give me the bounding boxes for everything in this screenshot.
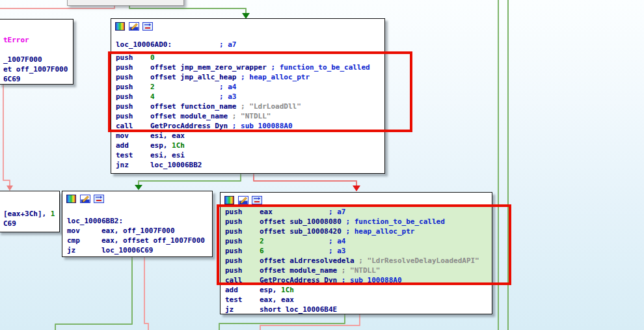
code-line[interactable]: loc_10006BB2: (62, 216, 212, 226)
arrowhead-red-mid (353, 186, 360, 191)
node-color-icon[interactable] (224, 196, 235, 204)
code-line[interactable]: _1007F000 (0, 55, 73, 64)
offscreen-node-fragment (67, 0, 184, 6)
code-line[interactable] (0, 45, 73, 55)
code-line[interactable]: call GetProcAddress_Dyn ; sub_100088A0 (221, 275, 492, 285)
basic-block-getlasterror-partial[interactable]: tError _1007F000et off_1007F0006C69 (0, 19, 74, 85)
edit-node-icon[interactable] (238, 196, 248, 204)
node-header (111, 19, 384, 32)
edge-green-bottom-right (219, 312, 345, 330)
node-header (0, 20, 73, 33)
code-line[interactable]: push offset sub_10008080 ; function_to_b… (221, 217, 492, 227)
code-line[interactable]: test eax, eax (221, 295, 492, 305)
code-line[interactable]: C69 (0, 219, 59, 228)
code-line[interactable]: push offset module_name ; "NTDLL" (111, 111, 384, 121)
code-line[interactable]: call GetProcAddress_Dyn ; sub_100088A0 (111, 121, 384, 131)
code-line[interactable]: push offset module_name ; "NTDLL" (221, 266, 492, 275)
code-line[interactable]: add esp, 1Ch (221, 285, 492, 295)
code-line[interactable]: push 6 ; a3 (221, 246, 492, 256)
code-line[interactable]: tError (0, 35, 73, 45)
edit-node-icon[interactable] (80, 195, 90, 203)
edge-red-mid (254, 172, 356, 187)
code-line[interactable]: push offset jmp_allc_heap ; heap_alloc_p… (111, 72, 384, 82)
code-listing: push eax ; a7push offset sub_10008080 ; … (221, 206, 492, 314)
basic-block-left-partial[interactable]: [eax+3Ch], 1C69 (0, 191, 60, 232)
code-line[interactable]: jz loc_10006C69 (62, 245, 212, 255)
code-line[interactable]: push offset aLdrresolvedela ; "LdrResolv… (221, 256, 492, 266)
code-line[interactable]: push 0 (111, 53, 384, 62)
code-line[interactable]: push eax ; a7 (221, 207, 492, 217)
code-line[interactable]: push 2 ; a4 (221, 236, 492, 246)
code-line[interactable]: jnz loc_10006BB2 (111, 160, 384, 170)
code-line[interactable]: add esp, 1Ch (111, 141, 384, 150)
basic-block-loc-10006AD0[interactable]: loc_10006AD0: ; a7push 0push offset jmp_… (111, 18, 385, 174)
node-header (221, 193, 492, 206)
code-listing: tError _1007F000et off_1007F0006C69 (0, 33, 73, 84)
group-node-icon[interactable] (252, 196, 262, 204)
disassembly-graph-view[interactable]: tError _1007F000et off_1007F0006C69 (0, 0, 644, 330)
code-line[interactable]: jz short loc_10006B4E (221, 305, 492, 314)
node-header (62, 191, 212, 204)
node-color-icon[interactable] (115, 22, 126, 31)
code-listing: loc_10006AD0: ; a7push 0push offset jmp_… (111, 32, 384, 170)
code-line[interactable]: mov esi, eax (111, 131, 384, 141)
group-node-icon[interactable] (142, 22, 153, 31)
group-node-icon[interactable] (94, 195, 104, 203)
edge-green-bottom-left (55, 255, 132, 330)
basic-block-loc-10006BB2[interactable]: loc_10006BB2:mov eax, off_1007F000cmp ea… (62, 191, 213, 257)
code-line[interactable]: push offset sub_10008420 ; heap_alloc_pt… (221, 227, 492, 236)
edit-node-icon[interactable] (129, 22, 139, 31)
code-line[interactable]: push offset function_name ; "LdrLoadDll" (111, 102, 384, 111)
code-listing: loc_10006BB2:mov eax, off_1007F000cmp ea… (62, 204, 212, 255)
code-line[interactable]: [eax+3Ch], 1 (0, 209, 59, 219)
edge-pink-bottom-left (144, 255, 148, 330)
edge-pink-left (3, 83, 10, 187)
code-line[interactable]: push 2 ; a4 (111, 82, 384, 92)
arrowhead-green-mid (135, 185, 142, 190)
code-line[interactable]: test esi, esi (111, 150, 384, 160)
code-line[interactable]: mov eax, off_1007F000 (62, 226, 212, 236)
basic-block-ldrresolvedelayloadedapi[interactable]: push eax ; a7push offset sub_10008080 ; … (220, 192, 492, 314)
code-line[interactable]: push offset jmp_mem_zero_wrapper ; funct… (111, 62, 384, 72)
arrowhead-pink-left (7, 186, 13, 191)
node-header (0, 191, 59, 204)
node-color-icon[interactable] (66, 195, 77, 203)
code-line[interactable]: loc_10006AD0: ; a7 (111, 40, 384, 53)
code-listing: [eax+3Ch], 1C69 (0, 204, 59, 228)
code-line[interactable]: cmp eax, offset off_1007F000 (62, 236, 212, 245)
code-line[interactable]: et off_1007F000 (0, 64, 73, 74)
code-line[interactable]: 6C69 (0, 74, 73, 84)
code-line[interactable]: push 4 ; a3 (111, 92, 384, 102)
edge-green-mid (139, 172, 241, 186)
